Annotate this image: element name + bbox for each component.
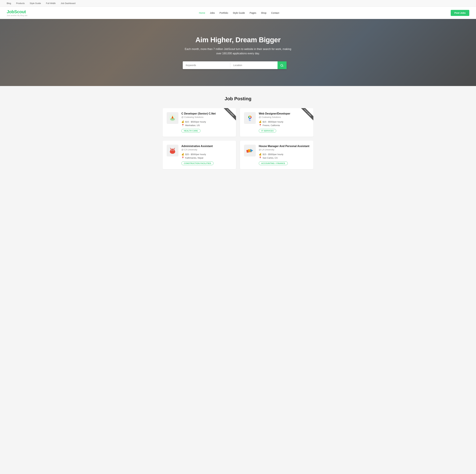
search-location-input[interactable] [230,62,278,69]
location-value: Kathmandu, Nepal [185,157,203,159]
jobs-grid: FEATURED C Developer (Senior) C.Net @ Co… [163,108,313,169]
jobs-section: Job Posting FEATURED C Developer (Senior… [0,86,476,179]
search-bar [183,61,287,69]
nav-portfolio[interactable]: Portfolio [220,12,228,14]
hero-subtitle: Each month, more than 7 million JobScout… [183,47,293,55]
job-card-inner: Administrative Assistant @ CA University… [167,145,232,165]
logo-subtitle: Just another My Blog site [7,14,27,17]
hero-content: Aim Higher, Dream Bigger Each month, mor… [179,36,297,69]
job-logo [167,112,178,124]
job-title: C Developer (Senior) C.Net [181,112,232,115]
salary-icon: 💰 [259,120,262,123]
topbar-link-fullwidth[interactable]: Full Width [46,2,56,4]
job-location: 📍 San Carlos, CA [259,156,309,159]
job-card[interactable]: Administrative Assistant @ CA University… [163,141,236,169]
job-tag[interactable]: CONSTRUCTION FACILITIES [181,162,214,165]
job-card-inner: C Developer (Senior) C.Net @ Codewing So… [167,112,232,133]
job-salary: 💰 $15 - $500/per hourly [181,120,232,123]
nav-contact[interactable]: Contact [271,12,279,14]
salary-value: $15 - $500/per hourly [185,121,206,123]
job-info: Administrative Assistant @ CA University… [181,145,232,165]
salary-icon: 💰 [181,120,184,123]
search-button[interactable] [277,61,287,69]
job-info: Web Designer/Developer @ Codewing Soluti… [259,112,309,133]
job-info: C Developer (Senior) C.Net @ Codewing So… [181,112,232,133]
section-title: Job Posting [13,96,463,101]
job-meta: 💰 $15 - $500/per hourly 📍 Manhattan, US [181,120,232,127]
header: JobScout Just another My Blog site Home … [0,7,476,19]
job-company: @ Codewing Solutions [181,116,232,118]
topbar-link-styleguide[interactable]: Style Guide [30,2,41,4]
job-card-inner: House Manager And Personal Assistant @ L… [244,145,309,165]
job-tag[interactable]: HEALTH CARE [181,129,201,133]
job-location: 📍 Fresno, California [259,124,309,127]
job-meta: 💰 $15 - $500/per hourly 📍 San Carlos, CA [259,153,309,159]
post-jobs-button[interactable]: Post Jobs [451,10,469,16]
job-location: 📍 Kathmandu, Nepal [181,156,232,159]
job-meta: 💰 $20 - $500/per hourly 📍 Kathmandu, Nep… [181,153,232,159]
location-value: Manhattan, US [185,124,200,127]
job-meta: 💰 $15 - $500/per hourly 📍 Fresno, Califo… [259,120,309,127]
job-title: Web Designer/Developer [259,112,309,115]
nav-jobs[interactable]: Jobs [210,12,215,14]
salary-icon: 💰 [259,153,262,156]
svg-point-10 [170,149,175,152]
svg-marker-19 [250,149,253,152]
nav-shop[interactable]: Shop [261,12,267,14]
nav-home[interactable]: Home [199,12,205,14]
nav-pages[interactable]: Pages [250,12,256,14]
job-card[interactable]: FEATURED C Web Designer/Developer @ Code… [240,108,313,137]
job-salary: 💰 $15 - $500/per hourly [259,153,309,156]
job-logo [167,145,178,156]
job-tag[interactable]: IT SERVICES [259,129,276,133]
job-company: @ Codewing Solutions [259,116,309,118]
job-company: @ CA University [181,148,232,151]
svg-marker-15 [170,148,171,149]
hero-title: Aim Higher, Dream Bigger [183,36,293,44]
svg-marker-16 [174,148,175,149]
salary-value: $15 - $500/per hourly [263,121,283,123]
svg-text:C: C [249,118,251,122]
logo-text: JobScout [7,9,27,14]
job-logo: C [244,112,256,124]
job-company: @ LA University [259,148,309,151]
topbar-link-products[interactable]: Products [16,2,25,4]
topbar: Blog Products Style Guide Full Width Job… [0,0,476,7]
location-icon: 📍 [259,124,262,127]
location-value: Fresno, California [263,124,280,127]
salary-icon: 💰 [181,153,184,156]
job-card[interactable]: House Manager And Personal Assistant @ L… [240,141,313,169]
job-salary: 💰 $20 - $500/per hourly [181,153,232,156]
job-title: House Manager And Personal Assistant [259,145,309,148]
job-card-inner: C Web Designer/Developer @ Codewing Solu… [244,112,309,133]
job-logo [244,145,256,156]
job-salary: 💰 $15 - $500/per hourly [259,120,309,123]
location-icon: 📍 [181,124,184,127]
logo[interactable]: JobScout Just another My Blog site [7,9,27,17]
job-title: Administrative Assistant [181,145,232,148]
location-icon: 📍 [259,156,262,159]
search-keywords-input[interactable] [183,62,230,69]
svg-point-14 [173,150,174,150]
search-icon [281,64,284,67]
job-location: 📍 Manhattan, US [181,124,232,127]
job-tag[interactable]: ACCOUNTING / FINANCE [259,162,288,165]
location-icon: 📍 [181,156,184,159]
topbar-link-blog[interactable]: Blog [7,2,11,4]
salary-value: $15 - $500/per hourly [263,153,283,156]
location-value: San Carlos, CA [263,157,278,159]
svg-point-13 [171,150,172,150]
job-info: House Manager And Personal Assistant @ L… [259,145,309,165]
job-card[interactable]: FEATURED C Developer (Senior) C.Net @ Co… [163,108,236,137]
hero-section: Aim Higher, Dream Bigger Each month, mor… [0,19,476,86]
salary-value: $20 - $500/per hourly [185,153,206,156]
main-nav: Home Jobs Portfolio Style Guide Pages Sh… [199,12,279,14]
nav-styleguide[interactable]: Style Guide [233,12,245,14]
topbar-link-jobdashboard[interactable]: Job Dashboard [61,2,75,4]
